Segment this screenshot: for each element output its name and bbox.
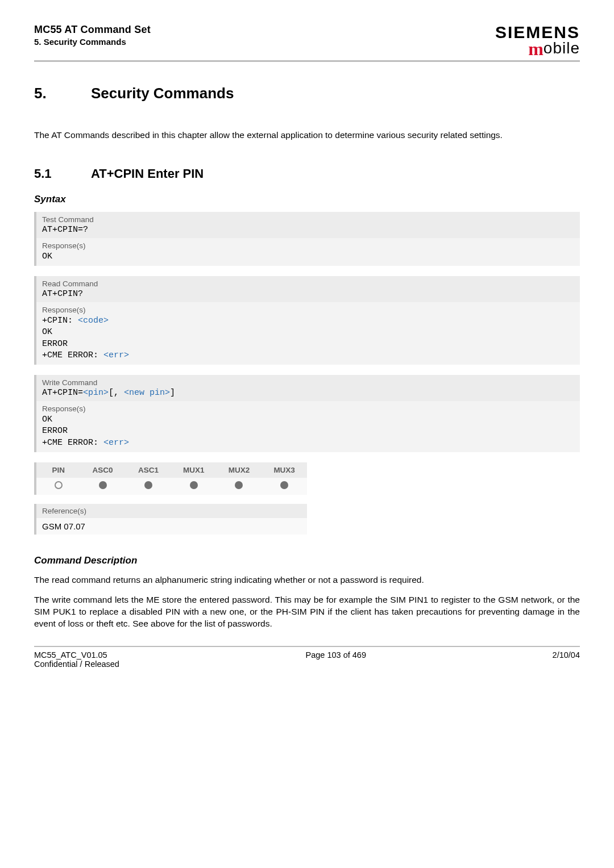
read-response-prefix: +CPIN: <box>42 316 78 326</box>
write-response-ok: OK <box>42 414 574 425</box>
write-command-newpin-param: <new pin> <box>124 388 170 398</box>
dot-filled-icon <box>144 481 152 489</box>
section-title: AT+CPIN Enter PIN <box>91 166 204 181</box>
command-description-label: Command Description <box>34 555 580 566</box>
dot-filled-icon <box>99 481 107 489</box>
reference-block: Reference(s) GSM 07.07 <box>34 504 307 535</box>
footer-page-number: Page 103 of 469 <box>119 650 553 669</box>
page-footer: MC55_ATC_V01.05 Confidential / Released … <box>34 646 580 669</box>
write-command-prefix: AT+CPIN= <box>42 388 83 398</box>
write-response-cme-prefix: +CME ERROR: <box>42 438 103 448</box>
brand-logo: SIEMENS mobile <box>495 24 580 58</box>
header-left: MC55 AT Command Set 5. Security Commands <box>34 24 151 47</box>
write-response-err-param: <err> <box>103 438 129 448</box>
syntax-label: Syntax <box>34 194 580 205</box>
brand-mobile: mobile <box>495 40 580 58</box>
cap-col-asc0: ASC0 <box>81 462 126 478</box>
dot-filled-icon <box>235 481 243 489</box>
test-command-label: Test Command <box>42 215 574 224</box>
chapter-title: Security Commands <box>91 85 234 102</box>
test-response-label: Response(s) <box>42 241 574 250</box>
capabilities-value-row <box>35 478 307 495</box>
write-command-mid: [, <box>109 388 124 398</box>
write-response-body: OK ERROR +CME ERROR: <err> <box>42 414 574 449</box>
dot-empty-icon <box>55 481 63 489</box>
write-command-suffix: ] <box>170 388 175 398</box>
write-command-block: Write Command AT+CPIN=<pin>[, <new pin>]… <box>34 375 580 452</box>
write-command-pin-param: <pin> <box>83 388 109 398</box>
chapter-number: 5. <box>34 85 91 102</box>
read-command-text: AT+CPIN? <box>42 289 574 299</box>
doc-title: MC55 AT Command Set <box>34 24 151 36</box>
test-command-block: Test Command AT+CPIN=? Response(s) OK <box>34 212 580 266</box>
brand-mobile-rest: obile <box>544 39 580 57</box>
read-command-block: Read Command AT+CPIN? Response(s) +CPIN:… <box>34 276 580 365</box>
write-command-text: AT+CPIN=<pin>[, <new pin>] <box>42 388 574 398</box>
cap-col-asc1: ASC1 <box>126 462 171 478</box>
footer-confidentiality: Confidential / Released <box>34 660 119 669</box>
footer-left: MC55_ATC_V01.05 Confidential / Released <box>34 650 119 669</box>
section-heading: 5.1AT+CPIN Enter PIN <box>34 166 580 181</box>
reference-label: Reference(s) <box>36 504 307 518</box>
write-response-error: ERROR <box>42 425 574 437</box>
brand-mobile-m: m <box>528 39 544 59</box>
dot-filled-icon <box>280 481 288 489</box>
test-response-line: OK <box>42 251 574 262</box>
section-number: 5.1 <box>34 166 91 181</box>
chapter-heading: 5.Security Commands <box>34 85 580 102</box>
read-response-body: +CPIN: <code> OK ERROR +CME ERROR: <err> <box>42 315 574 361</box>
cap-col-mux2: MUX2 <box>217 462 262 478</box>
capabilities-table: PIN ASC0 ASC1 MUX1 MUX2 MUX3 <box>34 462 307 495</box>
dot-filled-icon <box>190 481 198 489</box>
doc-section-path: 5. Security Commands <box>34 37 151 47</box>
read-response-err-param: <err> <box>103 350 129 360</box>
footer-doc-version: MC55_ATC_V01.05 <box>34 650 119 660</box>
cap-col-mux1: MUX1 <box>171 462 217 478</box>
command-description-p2: The write command lets the ME store the … <box>34 594 580 630</box>
capabilities-header-row: PIN ASC0 ASC1 MUX1 MUX2 MUX3 <box>35 462 307 478</box>
test-response-body: OK <box>42 251 574 262</box>
footer-date: 2/10/04 <box>553 650 580 669</box>
cap-col-mux3: MUX3 <box>262 462 307 478</box>
read-response-code-param: <code> <box>78 316 109 326</box>
page-header: MC55 AT Command Set 5. Security Commands… <box>34 24 580 62</box>
read-response-error: ERROR <box>42 339 574 350</box>
command-description-p1: The read command returns an alphanumeric… <box>34 574 580 586</box>
read-response-ok: OK <box>42 327 574 338</box>
read-response-cme-prefix: +CME ERROR: <box>42 350 103 360</box>
read-command-label: Read Command <box>42 279 574 288</box>
chapter-intro: The AT Commands described in this chapte… <box>34 130 580 141</box>
cap-col-pin: PIN <box>35 462 81 478</box>
write-response-label: Response(s) <box>42 404 574 413</box>
reference-value: GSM 07.07 <box>36 518 307 535</box>
write-command-label: Write Command <box>42 378 574 387</box>
read-response-label: Response(s) <box>42 306 574 314</box>
test-command-text: AT+CPIN=? <box>42 225 574 235</box>
